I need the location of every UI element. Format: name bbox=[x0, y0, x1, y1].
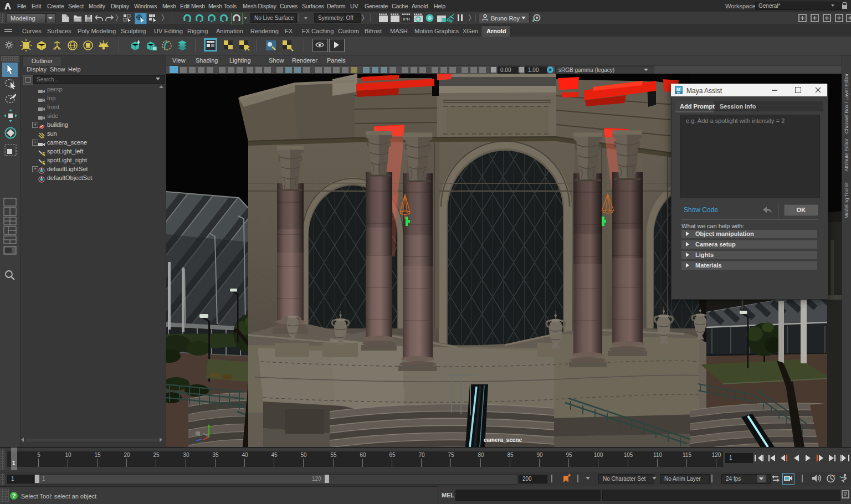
svg-text:camera_scene: camera_scene bbox=[484, 437, 522, 443]
svg-text:IPR: IPR bbox=[403, 17, 411, 22]
svg-text:M: M bbox=[676, 87, 680, 92]
